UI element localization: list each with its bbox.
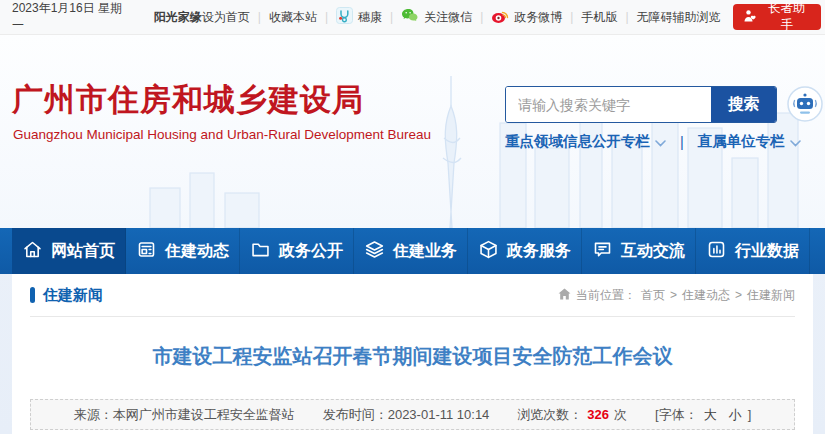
chevron-down-icon <box>655 134 666 150</box>
site-header: 广州市住房和城乡建设局 Guangzhou Municipal Housing … <box>0 35 825 228</box>
set-home-link[interactable]: 设为首页 <box>202 9 250 26</box>
key-areas-disclosure-link[interactable]: 重点领域信息公开专栏 <box>505 132 666 151</box>
separator: | <box>570 10 573 24</box>
favorite-link[interactable]: 收藏本站 <box>269 9 317 26</box>
elder-helper-button[interactable]: 长者助手 <box>733 4 821 30</box>
font-size-label: [字体： <box>655 406 698 424</box>
nav-item-housing-news[interactable]: 住建动态 <box>126 228 240 274</box>
separator: | <box>625 10 628 24</box>
separator: | <box>258 10 261 24</box>
topbar-links-group: 设为首页 | 收藏本站 | 穗康 | 关注微信 | 政务微博 | 手机版 | 无… <box>202 4 821 30</box>
content-panel: 住建新闻 当前位置： 首页 > 住建动态 > 住建新闻 市建设工程安监站召开春节… <box>12 274 813 434</box>
search-button[interactable]: 搜索 <box>711 87 776 122</box>
publish-time-label: 发布时间： <box>323 406 388 424</box>
weibo-icon <box>491 8 509 27</box>
font-larger-button[interactable]: 大 <box>704 406 717 424</box>
home-icon <box>22 239 43 264</box>
cube-icon <box>478 239 499 264</box>
nav-item-housing-business[interactable]: 住建业务 <box>354 228 468 274</box>
current-date: 2023年1月16日 星期一 <box>12 0 134 34</box>
sunshine-home-link[interactable]: 阳光家缘 <box>154 9 202 26</box>
chat-icon <box>592 239 613 264</box>
header-quick-links: 重点领域信息公开专栏 | 直属单位专栏 <box>505 132 801 151</box>
section-title-housing-news: 住建新闻 <box>30 286 103 305</box>
breadcrumb-home-icon <box>558 288 571 303</box>
news-icon <box>136 239 157 264</box>
search-bar: 搜索 <box>505 86 777 123</box>
source-value: 本网广州市建设工程安全监督站 <box>113 406 295 424</box>
chart-icon <box>706 239 727 264</box>
nav-item-home[interactable]: 网站首页 <box>12 228 126 274</box>
weibo-link[interactable]: 政务微博 <box>491 8 562 27</box>
source-label: 来源： <box>74 406 113 424</box>
chevron-down-icon <box>790 134 801 150</box>
site-subtitle-english: Guangzhou Municipal Housing and Urban-Ru… <box>13 127 431 142</box>
section-title-bar <box>30 287 35 303</box>
article-title: 市建设工程安监站召开春节期间建设项目安全防范工作会议 <box>30 343 795 370</box>
chatbot-robot-icon[interactable] <box>787 86 823 122</box>
article-meta-bar: 来源： 本网广州市建设工程安全监督站 发布时间： 2023-01-11 10:1… <box>30 399 795 430</box>
nav-item-interaction[interactable]: 互动交流 <box>582 228 696 274</box>
separator: | <box>680 134 684 150</box>
separator: | <box>480 10 483 24</box>
breadcrumb-link-housing-news-category[interactable]: 住建动态 <box>682 287 730 304</box>
views-label: 浏览次数： <box>517 406 582 424</box>
nav-item-industry-data[interactable]: 行业数据 <box>696 228 810 274</box>
wechat-icon <box>401 8 419 27</box>
breadcrumb-link-home[interactable]: 首页 <box>641 287 665 304</box>
nav-item-gov-services[interactable]: 政务服务 <box>468 228 582 274</box>
views-unit: 次 <box>614 406 627 424</box>
breadcrumb-prefix: 当前位置： <box>576 287 636 304</box>
main-navigation: 网站首页 住建动态 政务公开 住建业务 政务服务 互动交流 行业数据 <box>0 228 825 274</box>
accessibility-link[interactable]: 无障碍辅助浏览 <box>637 9 721 26</box>
separator: | <box>390 10 393 24</box>
breadcrumb-separator: > <box>735 288 742 302</box>
wechat-follow-link[interactable]: 关注微信 <box>401 8 472 27</box>
section-header-row: 住建新闻 当前位置： 首页 > 住建动态 > 住建新闻 <box>30 274 795 317</box>
elder-person-icon <box>743 9 757 26</box>
suikang-health-icon <box>336 7 353 27</box>
layers-icon <box>364 239 385 264</box>
publish-time-value: 2023-01-11 10:14 <box>388 407 490 422</box>
font-size-label-close: ] <box>748 407 752 422</box>
site-title: 广州市住房和城乡建设局 <box>12 79 364 121</box>
search-input[interactable] <box>506 87 711 122</box>
breadcrumb-separator: > <box>670 288 677 302</box>
nav-item-gov-disclosure[interactable]: 政务公开 <box>240 228 354 274</box>
mobile-version-link[interactable]: 手机版 <box>581 9 617 26</box>
breadcrumb: 当前位置： 首页 > 住建动态 > 住建新闻 <box>558 287 795 304</box>
top-utility-bar: 2023年1月16日 星期一 阳光家缘 设为首页 | 收藏本站 | 穗康 | 关… <box>0 0 825 35</box>
suikang-link[interactable]: 穗康 <box>336 7 382 27</box>
breadcrumb-link-current[interactable]: 住建新闻 <box>747 287 795 304</box>
subordinate-units-link[interactable]: 直属单位专栏 <box>698 132 801 151</box>
folder-icon <box>250 239 271 264</box>
views-count: 326 <box>587 407 609 422</box>
font-smaller-button[interactable]: 小 <box>729 406 742 424</box>
separator: | <box>325 10 328 24</box>
